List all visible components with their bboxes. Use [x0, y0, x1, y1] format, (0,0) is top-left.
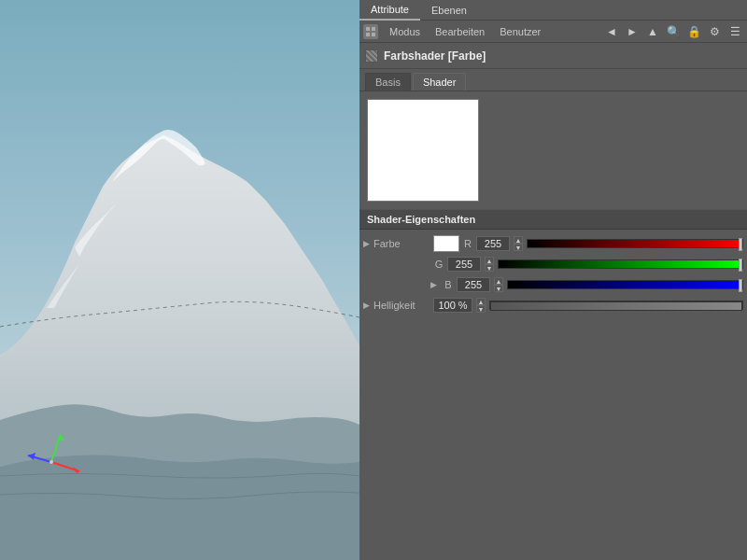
tab-shader[interactable]: Shader: [413, 73, 466, 91]
farbe-row: ▶ Farbe R ▲ ▼: [359, 233, 747, 254]
svg-point-7: [49, 460, 53, 464]
arrow-right-icon[interactable]: ►: [624, 23, 641, 40]
farbshader-icon: [365, 49, 378, 63]
helligkeit-row: ▶ Helligkeit ▲ ▼: [359, 295, 747, 315]
lock-icon[interactable]: 🔒: [685, 23, 702, 40]
svg-marker-6: [28, 453, 35, 460]
menu-icon[interactable]: ☰: [726, 23, 743, 40]
farbe-label: Farbe: [374, 238, 430, 249]
toolbar: Modus Bearbeiten Benutzer ◄ ► ▲ 🔍 🔒 ⚙ ☰: [359, 21, 747, 43]
cursor-icon[interactable]: ▲: [644, 23, 661, 40]
axis-indicator: [19, 420, 84, 485]
bearbeiten-btn[interactable]: Bearbeiten: [431, 26, 488, 37]
b-color-bar[interactable]: [507, 280, 743, 289]
settings-icon[interactable]: ⚙: [706, 23, 723, 40]
svg-marker-4: [57, 434, 64, 441]
properties-area: ▶ Farbe R ▲ ▼ G ▲ ▼: [359, 230, 747, 319]
tab-ebenen[interactable]: Ebenen: [420, 0, 478, 21]
b-spinbox[interactable]: ▲ ▼: [494, 277, 503, 292]
g-spin-up[interactable]: ▲: [485, 257, 494, 264]
helligkeit-spin-down[interactable]: ▼: [476, 305, 486, 313]
helligkeit-spin-up[interactable]: ▲: [476, 298, 486, 305]
g-row: G ▲ ▼: [359, 254, 747, 274]
helligkeit-bar[interactable]: [489, 301, 743, 310]
arrow-left-icon[interactable]: ◄: [603, 23, 620, 40]
g-label: G: [434, 259, 444, 270]
b-value-field[interactable]: [457, 277, 490, 292]
r-spin-up[interactable]: ▲: [514, 236, 523, 244]
b-spin-up[interactable]: ▲: [494, 277, 503, 285]
toolbar-grid-icon[interactable]: [363, 24, 378, 39]
svg-rect-8: [366, 27, 370, 31]
viewport: [0, 0, 359, 560]
toolbar-right: ◄ ► ▲ 🔍 🔒 ⚙ ☰: [603, 23, 743, 40]
r-label: R: [463, 238, 472, 249]
svg-rect-9: [372, 27, 375, 31]
b-row: ▶ B ▲ ▼: [359, 274, 747, 295]
b-label: B: [444, 279, 453, 290]
benutzer-btn[interactable]: Benutzer: [496, 26, 544, 37]
g-color-bar[interactable]: [498, 259, 743, 269]
b-spin-down[interactable]: ▼: [494, 285, 503, 292]
color-preview-box[interactable]: [367, 99, 479, 202]
farbe-swatch[interactable]: [433, 235, 459, 252]
r-color-bar[interactable]: [527, 239, 743, 248]
helligkeit-expand-arrow[interactable]: ▶: [363, 301, 370, 310]
r-spin-down[interactable]: ▼: [514, 244, 523, 251]
search-icon[interactable]: 🔍: [665, 23, 682, 40]
title-text: Farbshader [Farbe]: [384, 49, 486, 63]
sub-tab-bar: Basis Shader: [359, 69, 747, 91]
tab-basis[interactable]: Basis: [365, 73, 411, 91]
helligkeit-label: Helligkeit: [374, 300, 430, 311]
modus-btn[interactable]: Modus: [386, 26, 424, 37]
farbe-expand-arrow[interactable]: ▶: [363, 239, 370, 248]
svg-rect-11: [372, 33, 375, 36]
helligkeit-spinbox[interactable]: ▲ ▼: [476, 298, 486, 313]
b-toggle-icon[interactable]: ▶: [427, 276, 440, 293]
helligkeit-value-field[interactable]: [433, 298, 472, 313]
top-tab-bar: Attribute Ebenen: [359, 0, 747, 21]
r-spinbox[interactable]: ▲ ▼: [514, 236, 523, 251]
right-panel: Attribute Ebenen Modus Bearbeiten Benutz…: [359, 0, 747, 560]
tab-attribute[interactable]: Attribute: [359, 0, 420, 21]
svg-rect-10: [366, 33, 370, 36]
g-spinbox[interactable]: ▲ ▼: [485, 257, 494, 272]
preview-area: [359, 91, 747, 209]
g-value-field[interactable]: [447, 257, 481, 272]
section-header: Shader-Eigenschaften: [359, 209, 747, 230]
g-spin-down[interactable]: ▼: [485, 264, 494, 272]
r-value-field[interactable]: [476, 236, 510, 251]
title-row: Farbshader [Farbe]: [359, 43, 747, 69]
